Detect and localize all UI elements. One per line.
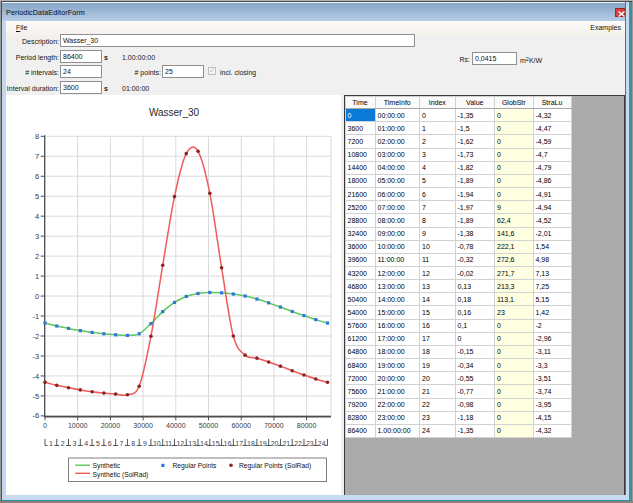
svg-text:2: 2 [35, 252, 39, 261]
svg-text:8: 8 [131, 440, 135, 447]
svg-text:9: 9 [143, 440, 147, 447]
svg-text:1: 1 [35, 272, 39, 281]
svg-text:16: 16 [224, 440, 232, 447]
svg-text:23: 23 [306, 440, 314, 447]
svg-text:Wasser_30: Wasser_30 [149, 107, 200, 118]
svg-text:17: 17 [235, 440, 243, 447]
svg-text:1: 1 [49, 440, 53, 447]
svg-text:3: 3 [35, 232, 39, 241]
svg-text:-2: -2 [33, 332, 40, 341]
svg-text:14: 14 [200, 440, 208, 447]
svg-text:22: 22 [294, 440, 302, 447]
svg-text:Regular Points (SolRad): Regular Points (SolRad) [239, 462, 311, 470]
svg-text:13: 13 [188, 440, 196, 447]
svg-text:2: 2 [61, 440, 65, 447]
svg-text:6: 6 [108, 440, 112, 447]
svg-text:4: 4 [35, 212, 39, 221]
svg-text:5: 5 [96, 440, 100, 447]
svg-text:Regular Points: Regular Points [173, 462, 218, 470]
svg-text:40000: 40000 [166, 422, 186, 429]
svg-text:4: 4 [84, 440, 88, 447]
svg-text:10000: 10000 [68, 422, 88, 429]
svg-text:12: 12 [176, 440, 184, 447]
svg-text:50000: 50000 [199, 422, 219, 429]
svg-text:-5: -5 [33, 392, 40, 401]
svg-text:30000: 30000 [133, 422, 153, 429]
svg-text:11: 11 [165, 440, 172, 447]
svg-text:60000: 60000 [231, 422, 251, 429]
svg-text:-3: -3 [33, 352, 40, 361]
svg-text:80000: 80000 [297, 422, 317, 429]
svg-text:15: 15 [212, 440, 220, 447]
svg-text:3: 3 [72, 440, 76, 447]
svg-text:8: 8 [35, 132, 39, 141]
svg-text:0: 0 [43, 422, 47, 429]
svg-text:24: 24 [318, 440, 326, 447]
svg-text:70000: 70000 [264, 422, 284, 429]
svg-text:-6: -6 [33, 411, 40, 420]
svg-text:6: 6 [35, 172, 39, 181]
svg-text:-4: -4 [33, 372, 40, 381]
svg-text:7: 7 [35, 152, 39, 161]
svg-text:10: 10 [153, 440, 161, 447]
svg-text:19: 19 [259, 440, 267, 447]
svg-text:Synthetic (SolRad): Synthetic (SolRad) [93, 471, 149, 479]
svg-text:21: 21 [282, 440, 290, 447]
svg-text:5: 5 [35, 192, 39, 201]
svg-text:20: 20 [271, 440, 279, 447]
svg-text:7: 7 [120, 440, 124, 447]
svg-text:-1: -1 [33, 312, 40, 321]
svg-text:18: 18 [247, 440, 255, 447]
svg-text:Synthetic: Synthetic [93, 462, 121, 470]
svg-text:20000: 20000 [101, 422, 121, 429]
svg-text:0: 0 [35, 292, 39, 301]
